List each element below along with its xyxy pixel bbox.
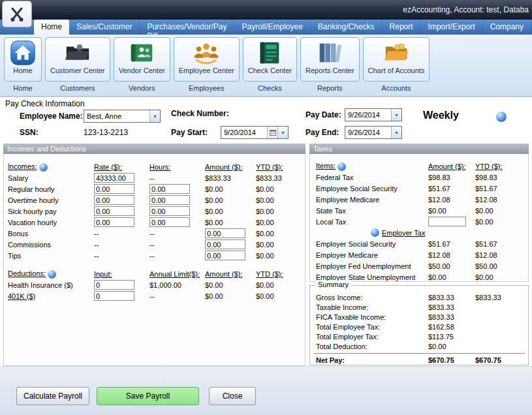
summary-divider xyxy=(313,353,525,354)
summary-row-total-employer-tax: Total Employer Tax: $113.75 xyxy=(310,331,528,341)
tax-row-employee-social-security: Employee Social Security $51.67 $51.67 xyxy=(310,183,528,194)
ssn-value: 123-13-2213 xyxy=(84,128,128,137)
col-input: Input: xyxy=(94,270,149,278)
vacation-hourly-hours-input[interactable] xyxy=(149,217,190,227)
tab-purchases-vendor-pay-bill[interactable]: Purchases/Vendor/Pay Bill xyxy=(140,20,234,35)
col-amount: Amount ($): xyxy=(205,163,256,171)
toolbar: Home Home Customer Center Customers xyxy=(0,35,532,97)
chart-of-accounts-button[interactable]: Chart of Accounts xyxy=(363,37,430,82)
vacation-hourly-rate-input[interactable] xyxy=(94,217,134,227)
chart-of-accounts-icon xyxy=(383,39,410,67)
chevron-down-icon[interactable]: ▼ xyxy=(149,110,160,122)
tab-banking-checks[interactable]: Banking/Checks xyxy=(311,20,383,35)
help-globe-icon[interactable] xyxy=(496,112,507,122)
summary-title: Summary xyxy=(315,281,351,288)
local-tax-input[interactable] xyxy=(428,217,466,226)
vendor-center-button[interactable]: Vendor Center xyxy=(114,37,170,82)
help-globe-icon[interactable] xyxy=(39,163,48,172)
tab-report[interactable]: Report xyxy=(383,20,421,35)
close-button[interactable]: Close xyxy=(209,387,256,405)
summary-row-fica-taxable-income: FICA Taxable Income: $833.33 xyxy=(310,312,528,322)
home-sublabel: Home xyxy=(13,84,32,92)
employee-name-value: Best, Anne xyxy=(84,110,149,122)
toolbar-item-check-center: Check Center Checks xyxy=(243,37,297,96)
reports-center-button[interactable]: Reports Center xyxy=(300,37,360,82)
summary-row-net-pay: Net Pay: $670.75 $670.75 xyxy=(310,355,528,365)
deductions-header: Deductions: xyxy=(8,269,46,277)
pay-start-datepicker[interactable]: 9/20/2014 ▼ xyxy=(221,126,289,139)
employer-tax-header-row: Employer Tax xyxy=(310,227,528,238)
taxes-panel-header: Taxes xyxy=(309,144,529,154)
check-number-input[interactable] xyxy=(230,109,295,119)
sick-hourly-hours-input[interactable] xyxy=(149,206,190,216)
customer-center-sublabel: Customers xyxy=(60,84,95,92)
col-rate: Rate ($): xyxy=(94,163,149,171)
app-logo-button[interactable] xyxy=(2,1,32,27)
vendor-center-icon xyxy=(128,39,155,67)
taxes-items-header: Items: xyxy=(316,162,336,170)
pay-end-dropdown[interactable]: 9/26/2014 ▼ xyxy=(345,126,402,139)
help-globe-icon[interactable] xyxy=(371,228,379,237)
overtime-hourly-rate-input[interactable] xyxy=(94,195,134,205)
tax-row-employee-medicare: Employee Medicare $12.08 $12.08 xyxy=(310,194,528,205)
deductions-header-row: Deductions: Input: Annual Limit($): Amou… xyxy=(4,269,305,279)
income-row-salary: Salary -- $833.33 $833.33 xyxy=(4,172,305,183)
incomes-deductions-panel-header: Incomes and Deductions xyxy=(3,144,305,154)
check-center-button[interactable]: Check Center xyxy=(243,37,297,82)
reports-center-sublabel: Reports xyxy=(317,84,343,92)
incomes-header: Incomes: xyxy=(8,162,37,170)
paycheck-info-section: Pay Check Information Employee Name: Bes… xyxy=(0,97,532,144)
tab-company[interactable]: Company xyxy=(483,20,531,35)
employee-center-button[interactable]: Employee Center xyxy=(174,37,240,82)
summary-row-total-employee-tax: Total Employee Tax: $162.58 xyxy=(310,322,528,331)
chevron-down-icon[interactable]: ▼ xyxy=(277,127,288,138)
deduction-row-401k: 401K ($) -- $0.00 $0.00 xyxy=(4,290,305,301)
tips-amount-input[interactable] xyxy=(205,251,245,260)
tab-sales-customer[interactable]: Sales/Customer xyxy=(69,20,140,35)
col-annual-limit: Annual Limit($): xyxy=(149,270,205,278)
calendar-icon[interactable] xyxy=(267,127,277,138)
save-payroll-button[interactable]: Save Payroll xyxy=(97,387,199,405)
income-row-sick-hourly-pay: Sick hourly pay $0.00 $0.00 xyxy=(4,206,305,217)
pay-date-value: 9/26/2014 xyxy=(345,109,391,121)
home-button[interactable]: Home xyxy=(4,37,42,82)
menu-tab-bar: Home Sales/Customer Purchases/Vendor/Pay… xyxy=(0,20,532,35)
help-globe-icon[interactable] xyxy=(337,162,346,171)
income-row-regular-hourly: Regular hourly $0.00 $0.00 xyxy=(4,183,305,194)
reports-center-label: Reports Center xyxy=(305,67,354,74)
pay-date-dropdown[interactable]: 9/26/2014 ▼ xyxy=(345,108,402,121)
customer-center-button[interactable]: Customer Center xyxy=(45,37,110,82)
salary-rate-input[interactable] xyxy=(94,173,134,183)
chart-of-accounts-sublabel: Accounts xyxy=(381,84,411,92)
tax-row-state: State Tax $0.00 $0.00 xyxy=(310,205,528,216)
bonus-amount-input[interactable] xyxy=(205,228,245,238)
regular-hourly-hours-input[interactable] xyxy=(149,184,190,194)
calculate-payroll-button[interactable]: Calculate Payroll xyxy=(16,387,89,405)
help-globe-icon[interactable] xyxy=(48,270,56,279)
tab-payroll-employee[interactable]: Payroll/Employee xyxy=(234,20,310,35)
employee-name-dropdown[interactable]: Best, Anne ▼ xyxy=(84,110,161,123)
tax-row-employer-medicare: Employer Medicare $12.08 $12.08 xyxy=(310,249,528,260)
sick-hourly-rate-input[interactable] xyxy=(94,206,134,216)
tab-home[interactable]: Home xyxy=(34,20,69,35)
pay-date-label: Pay Date: xyxy=(305,110,341,119)
chevron-down-icon[interactable]: ▼ xyxy=(391,109,401,121)
check-center-label: Check Center xyxy=(248,67,292,74)
regular-hourly-rate-input[interactable] xyxy=(94,184,134,194)
vendor-center-label: Vendor Center xyxy=(119,67,165,74)
401k-input[interactable] xyxy=(94,291,134,301)
chevron-down-icon[interactable]: ▼ xyxy=(391,127,401,138)
toolbar-item-employee-center: Employee Center Employees xyxy=(174,37,240,96)
income-row-vacation-hourly: Vacation hourly $0.00 $0.00 xyxy=(4,217,305,228)
toolbar-item-customer-center: Customer Center Customers xyxy=(45,37,110,96)
check-number-label: Check Number: xyxy=(171,109,229,118)
pay-frequency-text: Weekly xyxy=(423,110,459,121)
health-insurance-input[interactable] xyxy=(94,280,134,290)
tab-import-export[interactable]: Import/Export xyxy=(421,20,483,35)
toolbar-item-vendor-center: Vendor Center Vendors xyxy=(114,37,170,96)
check-center-sublabel: Checks xyxy=(258,84,282,92)
overtime-hourly-hours-input[interactable] xyxy=(149,195,190,205)
customer-center-icon xyxy=(64,39,91,67)
col-ytd: YTD ($): xyxy=(475,162,528,170)
commissions-amount-input[interactable] xyxy=(205,239,245,249)
